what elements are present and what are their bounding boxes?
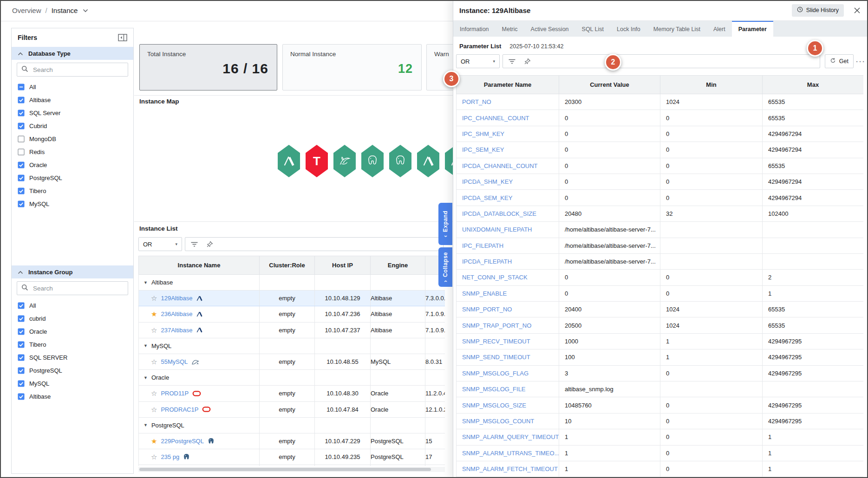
filter-input-area[interactable] [185,237,444,251]
checkbox-checked[interactable] [18,315,25,322]
section-header-instance-group[interactable]: Instance Group [12,265,133,278]
filter-option-redis[interactable]: Redis [12,145,133,158]
instance-group-search-input[interactable] [32,284,124,292]
more-options-icon[interactable]: ··· [856,58,866,65]
close-icon[interactable] [852,7,861,14]
filter-option-cubrid[interactable]: Cubrid [12,119,133,132]
triangle-down-icon[interactable]: ▼ [144,343,148,348]
instance-hexagon-altibase[interactable] [417,145,439,177]
star-outline-icon[interactable]: ☆ [151,453,157,460]
breadcrumb-overview[interactable]: Overview [12,6,41,14]
parameter-name-link[interactable]: SNMP_ALARM_FETCH_TIMEOUT [462,465,558,472]
operator-select[interactable]: OR ▾ [456,54,500,68]
parameter-row[interactable]: IPCDA_SEM_KEY004294967294 [457,190,864,206]
checkbox-unchecked[interactable] [18,149,25,155]
chevron-down-icon[interactable] [83,9,88,13]
expand-button[interactable]: ‹ Expand [438,203,452,245]
triangle-down-icon[interactable]: ▼ [144,423,148,427]
filter-option-altibase[interactable]: Altibase [12,93,133,106]
pin-icon[interactable] [206,241,213,248]
tab-memory-table-list[interactable]: Memory Table List [647,21,707,37]
filter-option-oracle[interactable]: Oracle [12,158,133,171]
database-type-search-input[interactable] [32,66,124,74]
parameter-row[interactable]: UNIXDOMAIN_FILEPATH/home/altibase/altiba… [457,222,864,238]
parameter-row[interactable]: IPCDA_SHM_KEY004294967294 [457,174,864,189]
parameter-row[interactable]: SNMP_MSGLOG_SIZE1048576004294967295 [457,397,864,413]
pin-icon[interactable] [524,58,531,65]
breadcrumb-instance[interactable]: Instance [52,6,78,14]
group-row-oracle[interactable]: ▼Oracle [139,370,445,386]
column-header-max[interactable]: Max [763,76,864,94]
column-header-host-ip[interactable]: Host IP [315,256,371,275]
parameter-name-link[interactable]: IPCDA_SHM_KEY [462,178,513,185]
triangle-down-icon[interactable]: ▼ [144,375,148,380]
filter-list-icon[interactable] [508,58,516,65]
instance-link[interactable]: PROD11P [161,390,189,397]
checkbox-checked[interactable] [18,123,25,129]
instance-link[interactable]: 236Altibase [161,310,192,317]
parameter-name-link[interactable]: SNMP_MSGLOG_SIZE [462,402,526,409]
scrollbar-thumb[interactable] [139,468,431,471]
tab-lock-info[interactable]: Lock Info [610,21,647,37]
triangle-down-icon[interactable]: ▼ [144,280,148,285]
normal-instance-card[interactable]: Normal Instance 12 [282,44,422,90]
parameter-row[interactable]: SNMP_TRAP_PORT_NO20500102465535 [457,317,864,333]
parameter-row[interactable]: SNMP_MSGLOG_FILEaltibase_snmp.log [457,381,864,397]
instance-row-prodrac1p[interactable]: ☆PRODRAC1Pempty10.10.47.84Oracle12.1.0.2 [139,401,445,417]
column-header-cluster-role[interactable]: Cluster:Role [260,256,315,275]
parameter-row[interactable]: SNMP_SEND_TIMEOUT10014294967295 [457,349,864,365]
parameter-name-link[interactable]: IPC_SEM_KEY [462,146,504,153]
parameter-row[interactable]: SNMP_ENABLE001 [457,285,864,301]
checkbox-checked[interactable] [18,187,25,194]
star-filled-icon[interactable]: ★ [151,438,157,445]
checkbox-checked[interactable] [18,367,25,374]
filter-option-postgresql[interactable]: PostgreSQL [12,171,133,184]
total-instance-card[interactable]: Total Instance 16 / 16 [139,44,277,90]
parameter-name-link[interactable]: SNMP_ALARM_UTRANS_TIMEO... [462,450,559,457]
instance-link[interactable]: 237Altibase [161,327,192,334]
instance-link[interactable]: 229PostgreSQL [161,438,204,445]
parameter-name-link[interactable]: SNMP_ALARM_QUERY_TIMEOUT [462,433,559,440]
star-outline-icon[interactable]: ☆ [151,358,157,365]
filter-option-postgresql[interactable]: PostgreSQL [12,364,133,377]
column-header-min[interactable]: Min [660,76,763,94]
instance-hexagon-postgresql[interactable] [361,145,384,177]
star-outline-icon[interactable]: ☆ [151,295,157,302]
parameter-row[interactable]: IPC_FILEPATH/home/altibase/altibase-serv… [457,238,864,253]
instance-link[interactable]: PRODRAC1P [161,406,198,413]
parameter-name-link[interactable]: SNMP_MSGLOG_FLAG [462,370,529,377]
get-button[interactable]: Get [825,54,854,68]
star-filled-icon[interactable]: ★ [151,310,157,317]
checkbox-checked[interactable] [18,393,25,400]
checkbox-checked[interactable] [18,97,25,103]
checkbox-checked[interactable] [18,328,25,335]
checkbox-checked[interactable] [18,161,25,168]
checkbox-indeterminate[interactable] [18,84,25,90]
parameter-name-link[interactable]: IPC_SHM_KEY [462,130,504,137]
parameter-name-link[interactable]: SNMP_TRAP_PORT_NO [462,322,531,329]
checkbox-checked[interactable] [18,110,25,116]
instance-row-236altibase[interactable]: ★236Altibaseempty10.10.47.236Altibase7.1… [139,306,445,322]
instance-row-229postgresql[interactable]: ★229PostgreSQLempty10.10.47.229PostgreSQ… [139,433,445,449]
filter-option-altibase[interactable]: Altibase [12,390,133,403]
filter-option-tibero[interactable]: Tibero [12,338,133,351]
instance-hexagon-altibase[interactable] [278,145,300,177]
section-header-database-type[interactable]: Database Type [12,47,133,60]
star-outline-icon[interactable]: ☆ [151,390,157,397]
filter-input-area[interactable] [503,54,820,68]
tab-active-session[interactable]: Active Session [524,21,575,37]
filter-option-tibero[interactable]: Tibero [12,184,133,197]
checkbox-checked[interactable] [18,302,25,309]
filter-option-sql-server[interactable]: SQL Server [12,106,133,119]
parameter-name-link[interactable]: IPC_CHANNEL_COUNT [462,115,529,122]
filter-option-all[interactable]: All [12,299,133,312]
parameter-row[interactable]: IPC_SEM_KEY004294967294 [457,142,864,158]
checkbox-checked[interactable] [18,380,25,387]
column-header-current-value[interactable]: Current Value [559,76,660,94]
tab-parameter[interactable]: Parameter [732,21,773,37]
parameter-name-link[interactable]: SNMP_ENABLE [462,290,507,297]
parameter-row[interactable]: SNMP_ALARM_UTRANS_TIMEO...101 [457,445,864,461]
tab-alert[interactable]: Alert [707,21,732,37]
parameter-name-link[interactable]: IPCDA_SEM_KEY [462,194,512,201]
parameter-name-link[interactable]: IPCDA_FILEPATH [462,258,512,265]
